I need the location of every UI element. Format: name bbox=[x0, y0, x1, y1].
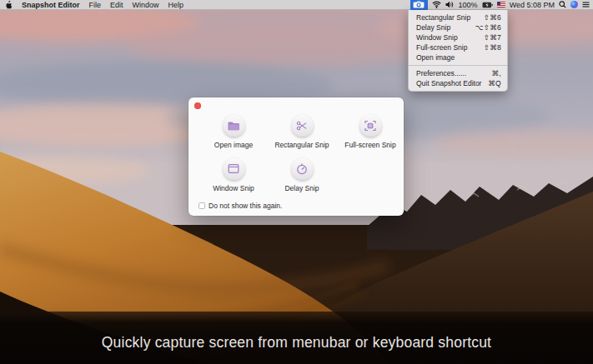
menu-item-label: Rectangular Snip bbox=[416, 14, 470, 22]
action-button-circle bbox=[223, 114, 245, 137]
menu-item-shortcut: ⇧⌘7 bbox=[484, 34, 501, 42]
action-open-image[interactable]: Open image bbox=[199, 114, 268, 149]
us-flag-icon[interactable] bbox=[497, 2, 505, 7]
volume-icon[interactable] bbox=[445, 1, 455, 8]
action-button-circle bbox=[291, 114, 314, 137]
menu-item-preferences[interactable]: Preferences...... ⌘, bbox=[409, 68, 507, 78]
caption-bar: Quickly capture screen from menubar or k… bbox=[0, 312, 593, 364]
menu-item-label: Full-screen Snip bbox=[416, 44, 467, 52]
scissors-icon bbox=[296, 120, 308, 132]
menubar-item-window[interactable]: Window bbox=[133, 1, 159, 9]
action-fullscreen-snip[interactable]: Full-screen Snip bbox=[336, 114, 405, 149]
menu-item-shortcut: ⌘Q bbox=[488, 80, 501, 87]
desktop: Quickly capture screen from menubar or k… bbox=[0, 0, 593, 364]
folder-icon bbox=[228, 120, 240, 132]
caption-text: Quickly capture screen from menubar or k… bbox=[102, 334, 491, 352]
action-rectangular-snip[interactable]: Rectangular Snip bbox=[268, 114, 336, 149]
action-label: Delay Snip bbox=[284, 184, 319, 192]
menubar: Snapshot Editor File Edit Window Help bbox=[0, 0, 593, 10]
do-not-show-row: Do not show this again. bbox=[199, 202, 282, 210]
action-delay-snip[interactable]: Delay Snip bbox=[268, 157, 336, 192]
action-label: Full-screen Snip bbox=[344, 141, 395, 149]
spotlight-search-icon[interactable] bbox=[559, 1, 566, 8]
menubar-item-edit[interactable]: Edit bbox=[110, 1, 123, 9]
menu-item-shortcut: ⌘, bbox=[492, 70, 501, 77]
menu-item-label: Delay Snip bbox=[416, 24, 450, 32]
menu-item-label: Preferences...... bbox=[416, 70, 466, 77]
menu-item-shortcut: ⇧⌘6 bbox=[484, 14, 501, 22]
action-button-circle bbox=[223, 157, 245, 180]
apple-logo-icon[interactable] bbox=[5, 0, 13, 9]
window-icon bbox=[228, 163, 239, 174]
wifi-icon[interactable] bbox=[432, 1, 441, 8]
action-label: Open image bbox=[214, 141, 253, 149]
menu-item-label: Quit Snapshot Editor bbox=[416, 80, 481, 87]
menu-item-shortcut: ⌥⇧⌘6 bbox=[475, 24, 501, 32]
checkbox-label: Do not show this again. bbox=[209, 202, 282, 210]
menu-item-window-snip[interactable]: Window Snip ⇧⌘7 bbox=[409, 32, 507, 42]
menu-item-label: Open image bbox=[416, 54, 455, 62]
menubar-item-file[interactable]: File bbox=[89, 1, 102, 9]
menubar-status-area: 100% Wed 5:08 PM bbox=[410, 0, 590, 9]
action-label: Rectangular Snip bbox=[274, 141, 329, 149]
menu-item-label: Window Snip bbox=[416, 34, 458, 42]
menu-item-delay-snip[interactable]: Delay Snip ⌥⇧⌘6 bbox=[409, 22, 507, 32]
action-window-snip[interactable]: Window Snip bbox=[199, 157, 268, 192]
menu-item-quit[interactable]: Quit Snapshot Editor ⌘Q bbox=[409, 78, 507, 88]
menubar-app-title[interactable]: Snapshot Editor bbox=[22, 1, 80, 9]
action-label: Window Snip bbox=[213, 184, 254, 192]
camera-menu-extra[interactable] bbox=[410, 0, 428, 10]
snip-chooser-dialog: Open image Rectangular Snip bbox=[188, 97, 404, 216]
dialog-row-1: Open image Rectangular Snip bbox=[199, 114, 405, 149]
menu-item-open-image[interactable]: Open image bbox=[409, 52, 507, 62]
menu-item-fullscreen-snip[interactable]: Full-screen Snip ⇧⌘8 bbox=[409, 42, 507, 52]
menubar-item-help[interactable]: Help bbox=[168, 1, 184, 9]
close-button[interactable] bbox=[194, 102, 201, 109]
menu-item-rectangular-snip[interactable]: Rectangular Snip ⇧⌘6 bbox=[409, 12, 507, 22]
action-button-circle bbox=[291, 157, 314, 180]
camera-icon bbox=[413, 1, 425, 8]
do-not-show-checkbox[interactable] bbox=[199, 202, 205, 209]
notification-center-icon[interactable] bbox=[582, 1, 590, 8]
fullscreen-icon bbox=[364, 120, 376, 132]
menubar-clock[interactable]: Wed 5:08 PM bbox=[510, 1, 555, 9]
battery-icon[interactable] bbox=[482, 2, 493, 8]
dialog-row-2: Window Snip Delay Snip bbox=[199, 157, 336, 192]
siri-icon[interactable] bbox=[570, 1, 578, 8]
stopwatch-icon bbox=[296, 163, 308, 175]
menubar-left: Snapshot Editor File Edit Window Help bbox=[5, 0, 183, 9]
camera-dropdown-menu: Rectangular Snip ⇧⌘6 Delay Snip ⌥⇧⌘6 Win… bbox=[408, 10, 508, 92]
battery-percent[interactable]: 100% bbox=[459, 1, 478, 9]
menu-item-shortcut: ⇧⌘8 bbox=[484, 44, 501, 52]
menu-separator bbox=[409, 65, 507, 66]
action-button-circle bbox=[359, 114, 382, 137]
